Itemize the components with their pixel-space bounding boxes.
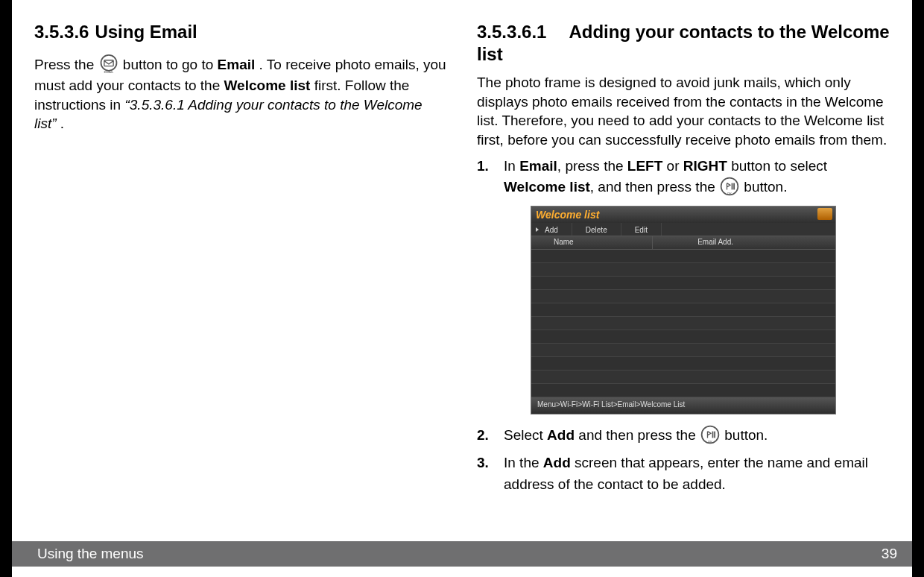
screenshot-col-email: Email Add. xyxy=(653,236,835,249)
ok-button-icon: OK xyxy=(700,424,721,445)
steps-list-continued: 2. Select Add and then press the OK butt… xyxy=(477,425,890,495)
heading-text: Using Email xyxy=(95,22,197,42)
footer-section: Using the menus xyxy=(37,546,144,562)
screenshot-tab-add: Add xyxy=(531,223,572,236)
svg-text:EMAIL: EMAIL xyxy=(104,70,114,74)
screenshot-tab-delete: Delete xyxy=(572,223,621,236)
steps-list: 1. In Email, press the LEFT or RIGHT but… xyxy=(477,156,890,198)
subheading-number: 3.5.3.6.1 xyxy=(477,21,546,43)
screenshot-title: Welcome list xyxy=(536,209,599,221)
screenshot-tab-edit: Edit xyxy=(621,223,662,236)
intro-paragraph: Press the EMAIL button to go to Email . … xyxy=(34,55,447,133)
email-button-icon: EMAIL xyxy=(98,54,119,75)
step-2: 2. Select Add and then press the OK butt… xyxy=(477,425,890,447)
svg-rect-1 xyxy=(104,60,113,66)
svg-rect-4 xyxy=(732,183,733,190)
page-footer: Using the menus 39 xyxy=(12,541,912,567)
screenshot-breadcrumb: Menu>Wi-Fi>Wi-Fi List>Email>Welcome List xyxy=(531,397,835,414)
screenshot-empty-rows xyxy=(531,250,835,397)
left-column: 3.5.3.6Using Email Press the EMAIL butto… xyxy=(34,21,447,534)
svg-text:OK: OK xyxy=(708,440,712,444)
ok-button-icon: OK xyxy=(719,176,740,197)
screenshot-col-name: Name xyxy=(531,236,653,249)
heading-using-email: 3.5.3.6Using Email xyxy=(34,21,447,43)
svg-text:OK: OK xyxy=(727,192,732,195)
welcome-list-screenshot: Welcome list Add Delete Edit Name Email … xyxy=(531,206,836,414)
footer-page-number: 39 xyxy=(882,546,897,562)
heading-number: 3.5.3.6 xyxy=(34,22,89,42)
svg-rect-9 xyxy=(714,432,715,438)
step-1: 1. In Email, press the LEFT or RIGHT but… xyxy=(477,156,890,198)
subsection-intro: The photo frame is designed to avoid jun… xyxy=(477,73,890,150)
heading-adding-contacts: 3.5.3.6.1Adding your contacts to the Wel… xyxy=(477,21,890,66)
svg-point-0 xyxy=(101,55,116,71)
right-column: 3.5.3.6.1Adding your contacts to the Wel… xyxy=(477,21,890,534)
screenshot-corner-icon xyxy=(817,208,832,220)
step-3: 3. In the Add screen that appears, enter… xyxy=(477,453,890,495)
svg-rect-8 xyxy=(712,432,714,438)
svg-rect-5 xyxy=(733,183,735,190)
